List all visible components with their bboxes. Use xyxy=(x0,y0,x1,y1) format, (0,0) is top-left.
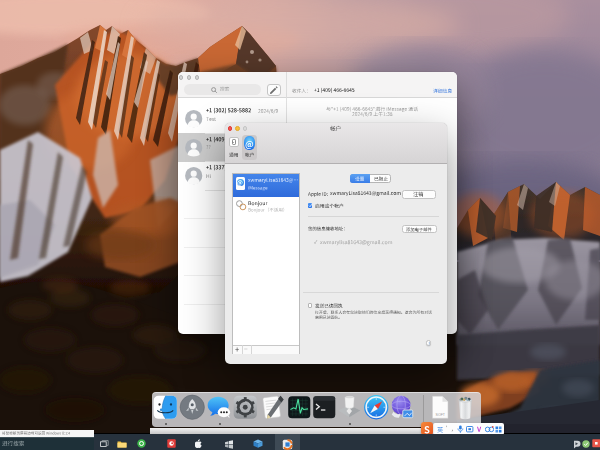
svg-text:SOFT: SOFT xyxy=(435,413,445,417)
